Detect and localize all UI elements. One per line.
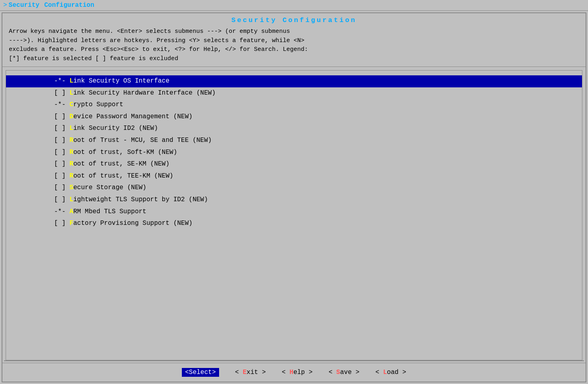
menu-item-prefix-2: -*- bbox=[54, 101, 69, 108]
menu-item-hotkey-3: D bbox=[69, 113, 73, 120]
menu-item-hotkey-5: R bbox=[69, 137, 73, 144]
menu-item-10[interactable]: [ ] Lightweight TLS Support by ID2 (NEW) bbox=[6, 194, 582, 206]
menu-item-prefix-6: [ ] bbox=[54, 149, 69, 156]
btn-load[interactable]: < Load > bbox=[375, 369, 406, 376]
menu-item-hotkey-10: L bbox=[69, 196, 73, 203]
instructions-line1: Arrow keys navigate the menu. <Enter> se… bbox=[9, 27, 579, 36]
menu-item-12[interactable]: [ ] Factory Provisiong Support (NEW) bbox=[6, 218, 582, 230]
menu-item-hotkey-11: A bbox=[69, 208, 73, 215]
title-bar-configuration: Configuration bbox=[44, 2, 94, 9]
menu-item-text-7: oot of trust, SE-KM (NEW) bbox=[73, 160, 169, 168]
btn-help[interactable]: < Help > bbox=[282, 369, 313, 376]
menu-item-prefix-4: [ ] bbox=[54, 125, 69, 132]
btn-label-after-2: elp > bbox=[293, 369, 312, 376]
menu-item-text-9: ecure Storage (NEW) bbox=[73, 184, 146, 191]
btn-hotkey-2: H bbox=[290, 369, 294, 376]
title-bar-security: Security bbox=[9, 2, 40, 9]
instructions-line4: [*] feature is selected [ ] feature is e… bbox=[9, 55, 579, 64]
menu-item-prefix-9: [ ] bbox=[54, 184, 69, 191]
menu-item-text-4: ink Security ID2 (NEW) bbox=[73, 125, 158, 132]
menu-item-prefix-10: [ ] bbox=[54, 196, 69, 203]
instructions-line2: ---->). Highlighted letters are hotkeys.… bbox=[9, 36, 579, 46]
instructions: Arrow keys navigate the menu. <Enter> se… bbox=[2, 26, 586, 67]
menu-item-text-6: oot of trust, Soft-KM (NEW) bbox=[73, 149, 177, 156]
menu-item-0[interactable]: -*- Link Secuirty OS Interface bbox=[6, 75, 582, 87]
btn-label-after-4: oad > bbox=[387, 369, 406, 376]
menu-item-prefix-5: [ ] bbox=[54, 137, 69, 144]
menu-item-text-8: oot of trust, TEE-KM (NEW) bbox=[73, 172, 173, 180]
menu-item-6[interactable]: [ ] Root of trust, Soft-KM (NEW) bbox=[6, 147, 582, 159]
menu-item-text-12: actory Provisiong Support (NEW) bbox=[73, 220, 193, 227]
btn-label-after-3: ave > bbox=[340, 369, 359, 376]
menu-item-hotkey-8: R bbox=[69, 172, 73, 180]
menu-item-8[interactable]: [ ] Root of trust, TEE-KM (NEW) bbox=[6, 170, 582, 182]
btn-label-before-2: < bbox=[282, 369, 290, 376]
menu-item-hotkey-4: L bbox=[69, 125, 73, 132]
menu-item-hotkey-0: L bbox=[69, 77, 73, 85]
menu-item-text-1: ink Security Hardware Interface (NEW) bbox=[73, 89, 215, 97]
menu-item-1[interactable]: [ ] Link Security Hardware Interface (NE… bbox=[6, 87, 582, 99]
menu-item-prefix-0: -*- bbox=[54, 77, 69, 85]
bottom-bar: <Select>< Exit >< Help >< Save >< Load > bbox=[2, 363, 586, 382]
menu-item-prefix-7: [ ] bbox=[54, 160, 69, 168]
menu-item-11[interactable]: -*- ARM Mbed TLS Support bbox=[6, 206, 582, 218]
menu-item-hotkey-9: S bbox=[69, 184, 73, 191]
btn-label-before-3: < bbox=[328, 369, 336, 376]
menu-area[interactable]: -*- Link Secuirty OS Interface[ ] Link S… bbox=[6, 70, 582, 360]
main-content: Security Configuration Arrow keys naviga… bbox=[2, 12, 586, 382]
terminal-window: > Security Configuration Security Config… bbox=[0, 0, 588, 384]
menu-item-text-10: ightweight TLS Support by ID2 (NEW) bbox=[73, 196, 208, 203]
menu-item-7[interactable]: [ ] Root of trust, SE-KM (NEW) bbox=[6, 158, 582, 170]
btn-select[interactable]: <Select> bbox=[182, 368, 219, 377]
btn-hotkey-1: E bbox=[243, 369, 247, 376]
instructions-line3: excludes a feature. Press <Esc><Esc> to … bbox=[9, 45, 579, 55]
menu-item-text-0: ink Secuirty OS Interface bbox=[73, 77, 169, 85]
btn-save[interactable]: < Save > bbox=[328, 369, 359, 376]
title-bar-arrow: > bbox=[3, 2, 7, 9]
bottom-divider bbox=[4, 360, 584, 361]
menu-item-prefix-11: -*- bbox=[54, 208, 69, 215]
btn-label-before-4: < bbox=[375, 369, 383, 376]
menu-item-text-3: evice Password Management (NEW) bbox=[73, 113, 193, 120]
menu-item-hotkey-6: R bbox=[69, 149, 73, 156]
btn-exit[interactable]: < Exit > bbox=[235, 369, 266, 376]
menu-item-prefix-1: [ ] bbox=[54, 89, 69, 97]
menu-item-hotkey-12: F bbox=[69, 220, 73, 227]
menu-item-text-11: RM Mbed TLS Support bbox=[73, 208, 146, 215]
menu-item-prefix-12: [ ] bbox=[54, 220, 69, 227]
btn-label-after-1: xit > bbox=[247, 369, 266, 376]
title-bar: > Security Configuration bbox=[0, 0, 588, 11]
menu-item-prefix-3: [ ] bbox=[54, 113, 69, 120]
menu-item-4[interactable]: [ ] Link Security ID2 (NEW) bbox=[6, 123, 582, 135]
menu-item-2[interactable]: -*- Crypto Support bbox=[6, 99, 582, 111]
menu-item-5[interactable]: [ ] Root of Trust - MCU, SE and TEE (NEW… bbox=[6, 135, 582, 147]
menu-item-text-5: oot of Trust - MCU, SE and TEE (NEW) bbox=[73, 137, 212, 144]
menu-item-hotkey-2: C bbox=[69, 101, 73, 108]
btn-hotkey-3: S bbox=[336, 369, 340, 376]
menu-item-text-2: rypto Support bbox=[73, 101, 123, 108]
menu-item-3[interactable]: [ ] Device Password Management (NEW) bbox=[6, 111, 582, 123]
btn-label-before-1: < bbox=[235, 369, 243, 376]
menu-item-hotkey-7: R bbox=[69, 160, 73, 168]
menu-item-9[interactable]: [ ] Secure Storage (NEW) bbox=[6, 182, 582, 194]
menu-item-prefix-8: [ ] bbox=[54, 172, 69, 180]
page-title: Security Configuration bbox=[2, 13, 586, 26]
menu-item-hotkey-1: L bbox=[69, 89, 73, 97]
btn-hotkey-4: L bbox=[383, 369, 387, 376]
